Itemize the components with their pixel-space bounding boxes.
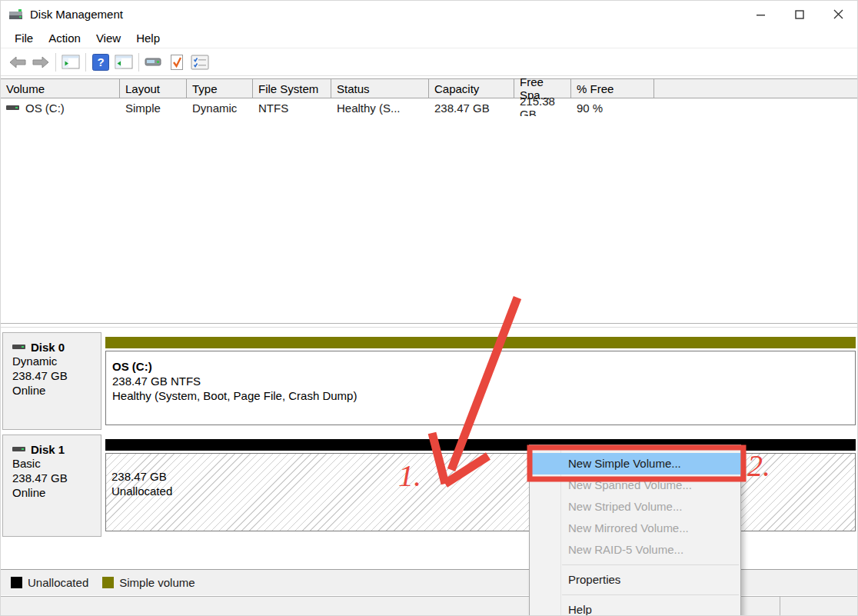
table-row[interactable]: OS (C:) Simple Dynamic NTFS Healthy (S..… bbox=[1, 99, 858, 116]
disk1-capacity: 238.47 GB bbox=[12, 471, 101, 485]
cell-capacity: 238.47 GB bbox=[429, 102, 514, 115]
cell-layout: Simple bbox=[120, 102, 187, 115]
disk1-type: Basic bbox=[12, 456, 101, 471]
svg-text:?: ? bbox=[97, 55, 104, 68]
menu-item-new-raid5-volume: New RAID-5 Volume... bbox=[530, 539, 740, 561]
toolbar-separator bbox=[85, 53, 86, 72]
show-console-tree-icon[interactable] bbox=[59, 52, 82, 73]
drive-icon bbox=[12, 446, 27, 453]
rescan-disks-icon[interactable] bbox=[142, 52, 165, 73]
column-header-capacity[interactable]: Capacity bbox=[429, 79, 514, 98]
forward-icon[interactable] bbox=[29, 52, 52, 73]
disk1-unallocated-region[interactable]: 238.47 GB Unallocated bbox=[105, 453, 856, 531]
toolbar-separator bbox=[55, 53, 56, 72]
volume-list-empty-area bbox=[1, 116, 858, 322]
menu-view[interactable]: View bbox=[88, 30, 128, 46]
menu-item-help[interactable]: Help bbox=[530, 599, 740, 616]
column-header-layout[interactable]: Layout bbox=[120, 79, 187, 98]
menu-separator bbox=[562, 594, 739, 595]
toolbar-separator bbox=[138, 53, 139, 72]
window-title: Disk Management bbox=[30, 8, 123, 21]
help-icon[interactable]: ? bbox=[89, 52, 112, 73]
menu-action[interactable]: Action bbox=[41, 30, 88, 46]
column-header-file-system[interactable]: File System bbox=[253, 79, 331, 98]
close-button[interactable] bbox=[819, 1, 857, 28]
column-header-percent-free[interactable]: % Free bbox=[571, 79, 654, 98]
disk0-status: Online bbox=[12, 383, 101, 398]
disk1-label: Disk 1 bbox=[31, 443, 65, 456]
context-menu: New Simple Volume... New Spanned Volume.… bbox=[529, 445, 741, 616]
menu-item-new-mirrored-volume: New Mirrored Volume... bbox=[530, 518, 740, 539]
maximize-button[interactable] bbox=[780, 1, 819, 28]
menu-bar: File Action View Help bbox=[1, 28, 857, 48]
menu-help[interactable]: Help bbox=[128, 30, 168, 46]
drive-icon bbox=[6, 105, 21, 112]
cell-status: Healthy (S... bbox=[331, 102, 429, 115]
legend-unallocated: Unallocated bbox=[11, 576, 88, 589]
disk0-volume-region[interactable]: OS (C:) 238.47 GB NTFS Healthy (System, … bbox=[105, 351, 856, 425]
show-action-pane-icon[interactable] bbox=[112, 52, 135, 73]
column-header-status[interactable]: Status bbox=[331, 79, 429, 98]
column-header-filler bbox=[654, 79, 858, 98]
disk1-unallocated-label: Unallocated bbox=[111, 484, 855, 498]
toolbar: ? bbox=[1, 48, 857, 76]
cell-percent-free: 90 % bbox=[571, 102, 654, 115]
disk0-volume-size: 238.47 GB NTFS bbox=[112, 374, 855, 388]
menu-item-new-spanned-volume: New Spanned Volume... bbox=[530, 474, 740, 496]
menu-item-new-simple-volume[interactable]: New Simple Volume... bbox=[530, 453, 740, 474]
bottom-divider bbox=[780, 597, 780, 616]
cell-type: Dynamic bbox=[187, 102, 253, 115]
disk0-volume-color-strip bbox=[105, 337, 856, 348]
disk1-status: Online bbox=[12, 485, 101, 500]
unallocated-swatch bbox=[11, 577, 22, 588]
cell-file-system: NTFS bbox=[253, 102, 331, 115]
disk0-volume-health: Healthy (System, Boot, Page File, Crash … bbox=[112, 388, 855, 403]
title-bar: Disk Management bbox=[1, 1, 857, 28]
column-header-volume[interactable]: Volume bbox=[1, 79, 120, 98]
disk1-info-panel[interactable]: Disk 1 Basic 238.47 GB Online bbox=[2, 435, 101, 537]
splitter-line bbox=[1, 327, 858, 328]
splitter-line[interactable] bbox=[1, 323, 858, 324]
menu-item-properties[interactable]: Properties bbox=[530, 569, 740, 591]
disk0-info-panel[interactable]: Disk 0 Dynamic 238.47 GB Online bbox=[2, 332, 101, 430]
task-list-icon[interactable] bbox=[188, 52, 211, 73]
app-icon bbox=[8, 8, 24, 21]
column-header-type[interactable]: Type bbox=[187, 79, 253, 98]
drive-icon bbox=[12, 344, 27, 351]
menu-file[interactable]: File bbox=[7, 30, 41, 46]
menu-item-new-striped-volume: New Striped Volume... bbox=[530, 496, 740, 518]
disk0-volume-name: OS (C:) bbox=[112, 359, 855, 374]
check-document-icon[interactable] bbox=[165, 52, 188, 73]
disk1-unallocated-color-strip bbox=[105, 439, 856, 451]
disk-management-window: Disk Management File Action View Help bbox=[0, 0, 858, 616]
disk1-unallocated-size: 238.47 GB bbox=[111, 469, 855, 484]
disk0-label: Disk 0 bbox=[31, 341, 65, 354]
legend-simple-volume: Simple volume bbox=[102, 576, 195, 589]
disk0-type: Dynamic bbox=[12, 354, 101, 368]
disk0-capacity: 238.47 GB bbox=[12, 368, 101, 383]
back-icon[interactable] bbox=[6, 52, 29, 73]
simple-volume-swatch bbox=[102, 577, 114, 588]
volume-table-header: Volume Layout Type File System Status Ca… bbox=[1, 78, 858, 98]
menu-separator bbox=[562, 564, 739, 565]
minimize-button[interactable] bbox=[742, 1, 780, 28]
cell-volume: OS (C:) bbox=[1, 102, 120, 115]
